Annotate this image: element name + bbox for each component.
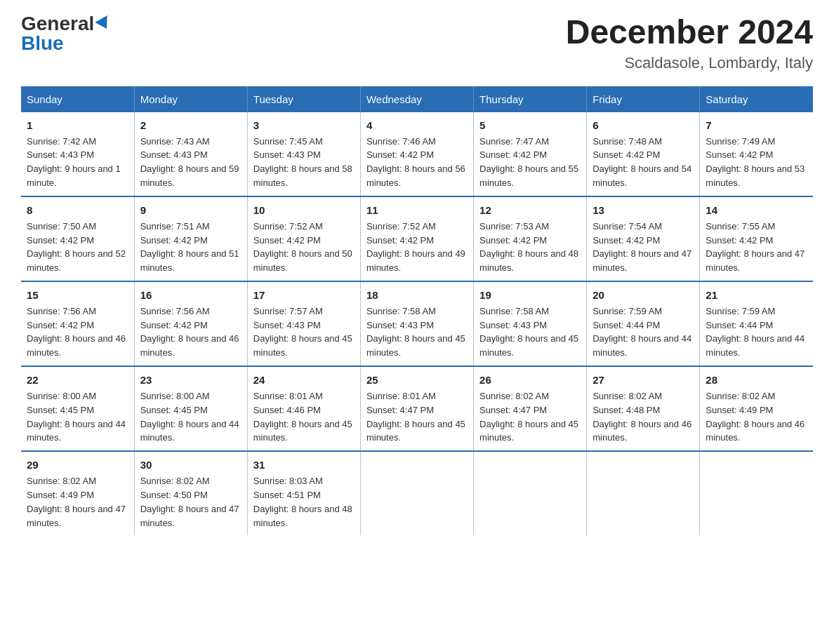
day-info: Sunrise: 8:01 AMSunset: 4:47 PMDaylight:… [366, 391, 465, 443]
day-number: 1 [27, 118, 128, 133]
logo-general-text: General [21, 14, 94, 34]
calendar-cell: 23 Sunrise: 8:00 AMSunset: 4:45 PMDaylig… [134, 366, 247, 451]
day-header-monday: Monday [134, 86, 247, 112]
day-info: Sunrise: 7:47 AMSunset: 4:42 PMDaylight:… [479, 136, 578, 189]
day-info: Sunrise: 7:50 AMSunset: 4:42 PMDaylight:… [27, 221, 126, 274]
day-number: 21 [706, 288, 807, 303]
day-info: Sunrise: 7:52 AMSunset: 4:42 PMDaylight:… [253, 221, 352, 274]
day-header-friday: Friday [587, 86, 700, 112]
calendar-cell: 24 Sunrise: 8:01 AMSunset: 4:46 PMDaylig… [247, 366, 360, 451]
calendar-cell: 21 Sunrise: 7:59 AMSunset: 4:44 PMDaylig… [700, 281, 813, 366]
day-number: 4 [366, 118, 468, 133]
day-info: Sunrise: 7:45 AMSunset: 4:43 PMDaylight:… [253, 136, 352, 189]
calendar-cell: 15 Sunrise: 7:56 AMSunset: 4:42 PMDaylig… [21, 281, 134, 366]
day-number: 15 [27, 288, 128, 303]
week-row-5: 29 Sunrise: 8:02 AMSunset: 4:49 PMDaylig… [21, 451, 813, 535]
calendar-cell: 2 Sunrise: 7:43 AMSunset: 4:43 PMDayligh… [134, 112, 247, 196]
day-number: 20 [593, 288, 694, 303]
calendar-cell: 8 Sunrise: 7:50 AMSunset: 4:42 PMDayligh… [21, 196, 134, 281]
calendar-cell: 7 Sunrise: 7:49 AMSunset: 4:42 PMDayligh… [700, 112, 813, 196]
day-info: Sunrise: 7:56 AMSunset: 4:42 PMDaylight:… [27, 306, 126, 358]
day-header-wednesday: Wednesday [360, 86, 473, 112]
logo: General Blue [21, 14, 111, 53]
day-number: 18 [366, 288, 468, 303]
day-info: Sunrise: 7:54 AMSunset: 4:42 PMDaylight:… [593, 221, 691, 274]
day-info: Sunrise: 7:53 AMSunset: 4:42 PMDaylight:… [479, 221, 578, 274]
calendar-cell: 19 Sunrise: 7:58 AMSunset: 4:43 PMDaylig… [474, 281, 587, 366]
day-number: 30 [140, 457, 241, 473]
calendar-cell: 1 Sunrise: 7:42 AMSunset: 4:43 PMDayligh… [21, 112, 134, 196]
day-info: Sunrise: 7:55 AMSunset: 4:42 PMDaylight:… [706, 221, 805, 274]
calendar-cell: 16 Sunrise: 7:56 AMSunset: 4:42 PMDaylig… [134, 281, 247, 366]
calendar-cell: 14 Sunrise: 7:55 AMSunset: 4:42 PMDaylig… [700, 196, 813, 281]
day-info: Sunrise: 8:02 AMSunset: 4:49 PMDaylight:… [706, 391, 805, 443]
calendar-cell: 10 Sunrise: 7:52 AMSunset: 4:42 PMDaylig… [247, 196, 360, 281]
calendar-cell: 17 Sunrise: 7:57 AMSunset: 4:43 PMDaylig… [247, 281, 360, 366]
calendar-cell: 20 Sunrise: 7:59 AMSunset: 4:44 PMDaylig… [587, 281, 700, 366]
day-number: 25 [366, 373, 468, 388]
day-header-saturday: Saturday [700, 86, 813, 112]
calendar-cell: 28 Sunrise: 8:02 AMSunset: 4:49 PMDaylig… [700, 366, 813, 451]
calendar-cell: 5 Sunrise: 7:47 AMSunset: 4:42 PMDayligh… [474, 112, 587, 196]
calendar-cell: 22 Sunrise: 8:00 AMSunset: 4:45 PMDaylig… [21, 366, 134, 451]
week-row-4: 22 Sunrise: 8:00 AMSunset: 4:45 PMDaylig… [21, 366, 813, 451]
day-info: Sunrise: 8:03 AMSunset: 4:51 PMDaylight:… [253, 476, 352, 528]
day-number: 24 [253, 373, 355, 388]
day-number: 11 [366, 203, 468, 218]
day-info: Sunrise: 7:43 AMSunset: 4:43 PMDaylight:… [140, 136, 239, 189]
day-info: Sunrise: 7:59 AMSunset: 4:44 PMDaylight:… [706, 306, 805, 358]
calendar-cell: 18 Sunrise: 7:58 AMSunset: 4:43 PMDaylig… [360, 281, 473, 366]
location-text: Scaldasole, Lombardy, Italy [566, 54, 813, 72]
calendar-cell: 11 Sunrise: 7:52 AMSunset: 4:42 PMDaylig… [360, 196, 473, 281]
calendar-cell: 30 Sunrise: 8:02 AMSunset: 4:50 PMDaylig… [134, 451, 247, 535]
day-info: Sunrise: 7:56 AMSunset: 4:42 PMDaylight:… [140, 306, 239, 358]
day-number: 29 [27, 457, 128, 473]
day-number: 31 [253, 457, 355, 473]
day-header-tuesday: Tuesday [247, 86, 360, 112]
day-number: 3 [253, 118, 355, 133]
day-info: Sunrise: 7:46 AMSunset: 4:42 PMDaylight:… [366, 136, 465, 189]
month-title: December 2024 [566, 14, 813, 51]
day-number: 8 [27, 203, 128, 218]
calendar-cell: 4 Sunrise: 7:46 AMSunset: 4:42 PMDayligh… [360, 112, 473, 196]
day-number: 13 [593, 203, 694, 218]
day-number: 28 [706, 373, 807, 388]
calendar-table: SundayMondayTuesdayWednesdayThursdayFrid… [21, 86, 813, 536]
week-row-1: 1 Sunrise: 7:42 AMSunset: 4:43 PMDayligh… [21, 112, 813, 196]
calendar-cell: 13 Sunrise: 7:54 AMSunset: 4:42 PMDaylig… [587, 196, 700, 281]
day-number: 26 [479, 373, 581, 388]
calendar-cell [587, 451, 700, 535]
day-info: Sunrise: 7:51 AMSunset: 4:42 PMDaylight:… [140, 221, 239, 274]
day-number: 12 [479, 203, 581, 218]
day-info: Sunrise: 7:42 AMSunset: 4:43 PMDaylight:… [27, 136, 121, 189]
logo-blue-text: Blue [21, 34, 64, 53]
day-info: Sunrise: 7:49 AMSunset: 4:42 PMDaylight:… [706, 136, 805, 189]
calendar-cell: 31 Sunrise: 8:03 AMSunset: 4:51 PMDaylig… [247, 451, 360, 535]
day-info: Sunrise: 8:02 AMSunset: 4:47 PMDaylight:… [479, 391, 578, 443]
day-info: Sunrise: 8:02 AMSunset: 4:50 PMDaylight:… [140, 476, 239, 528]
logo-triangle-icon [95, 15, 113, 32]
calendar-cell: 12 Sunrise: 7:53 AMSunset: 4:42 PMDaylig… [474, 196, 587, 281]
day-info: Sunrise: 7:58 AMSunset: 4:43 PMDaylight:… [479, 306, 578, 358]
day-number: 17 [253, 288, 355, 303]
week-row-2: 8 Sunrise: 7:50 AMSunset: 4:42 PMDayligh… [21, 196, 813, 281]
day-number: 6 [593, 118, 694, 133]
day-number: 10 [253, 203, 355, 218]
calendar-cell: 9 Sunrise: 7:51 AMSunset: 4:42 PMDayligh… [134, 196, 247, 281]
title-section: December 2024 Scaldasole, Lombardy, Ital… [566, 14, 813, 72]
day-number: 19 [479, 288, 581, 303]
day-info: Sunrise: 8:00 AMSunset: 4:45 PMDaylight:… [27, 391, 126, 443]
day-info: Sunrise: 8:01 AMSunset: 4:46 PMDaylight:… [253, 391, 352, 443]
calendar-cell: 29 Sunrise: 8:02 AMSunset: 4:49 PMDaylig… [21, 451, 134, 535]
day-header-thursday: Thursday [474, 86, 587, 112]
day-header-sunday: Sunday [21, 86, 134, 112]
week-row-3: 15 Sunrise: 7:56 AMSunset: 4:42 PMDaylig… [21, 281, 813, 366]
day-number: 14 [706, 203, 807, 218]
calendar-cell: 6 Sunrise: 7:48 AMSunset: 4:42 PMDayligh… [587, 112, 700, 196]
calendar-cell [474, 451, 587, 535]
page-header: General Blue December 2024 Scaldasole, L… [21, 14, 813, 72]
calendar-cell [360, 451, 473, 535]
day-number: 23 [140, 373, 241, 388]
day-info: Sunrise: 7:48 AMSunset: 4:42 PMDaylight:… [593, 136, 691, 189]
day-number: 9 [140, 203, 241, 218]
